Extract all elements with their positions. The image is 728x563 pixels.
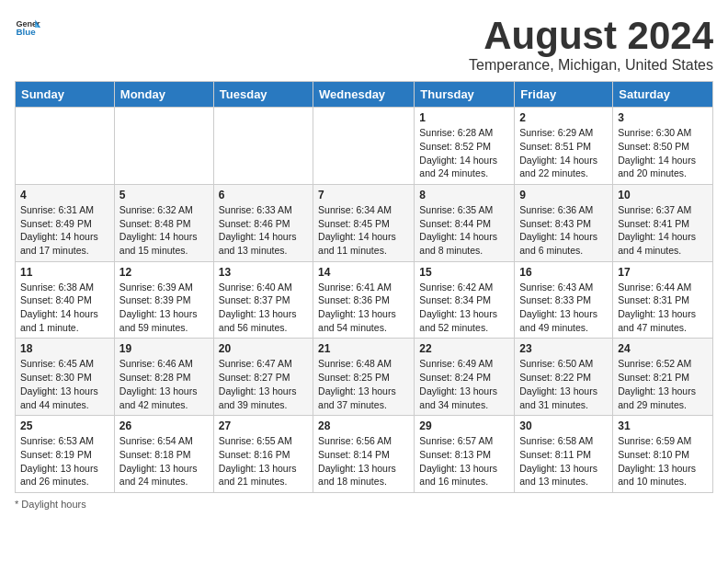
day-number: 29 xyxy=(419,419,509,432)
calendar-cell: 22Sunrise: 6:49 AMSunset: 8:24 PMDayligh… xyxy=(415,339,515,416)
calendar-cell: 24Sunrise: 6:52 AMSunset: 8:21 PMDayligh… xyxy=(613,339,713,416)
day-info: Sunrise: 6:55 AMSunset: 8:16 PMDaylight:… xyxy=(219,434,308,488)
calendar-cell: 10Sunrise: 6:37 AMSunset: 8:41 PMDayligh… xyxy=(613,184,713,261)
day-info: Sunrise: 6:58 AMSunset: 8:11 PMDaylight:… xyxy=(519,434,608,488)
day-info: Sunrise: 6:46 AMSunset: 8:28 PMDaylight:… xyxy=(119,357,209,411)
calendar-cell: 15Sunrise: 6:42 AMSunset: 8:34 PMDayligh… xyxy=(415,261,515,339)
day-info: Sunrise: 6:47 AMSunset: 8:27 PMDaylight:… xyxy=(219,357,308,411)
calendar-cell: 7Sunrise: 6:34 AMSunset: 8:45 PMDaylight… xyxy=(313,184,415,261)
day-info: Sunrise: 6:35 AMSunset: 8:44 PMDaylight:… xyxy=(419,203,509,258)
calendar-week-1: 1Sunrise: 6:28 AMSunset: 8:52 PMDaylight… xyxy=(16,108,713,185)
day-number: 14 xyxy=(318,266,409,279)
day-info: Sunrise: 6:36 AMSunset: 8:43 PMDaylight:… xyxy=(519,203,608,258)
calendar-cell: 8Sunrise: 6:35 AMSunset: 8:44 PMDaylight… xyxy=(415,184,515,261)
calendar-week-3: 11Sunrise: 6:38 AMSunset: 8:40 PMDayligh… xyxy=(16,261,713,339)
calendar-cell: 20Sunrise: 6:47 AMSunset: 8:27 PMDayligh… xyxy=(213,339,313,416)
calendar-cell: 23Sunrise: 6:50 AMSunset: 8:22 PMDayligh… xyxy=(515,339,613,416)
day-info: Sunrise: 6:43 AMSunset: 8:33 PMDaylight:… xyxy=(519,281,608,335)
calendar-week-2: 4Sunrise: 6:31 AMSunset: 8:49 PMDaylight… xyxy=(16,184,713,261)
calendar-cell: 11Sunrise: 6:38 AMSunset: 8:40 PMDayligh… xyxy=(16,261,115,339)
calendar-cell: 18Sunrise: 6:45 AMSunset: 8:30 PMDayligh… xyxy=(16,339,115,416)
day-info: Sunrise: 6:37 AMSunset: 8:41 PMDaylight:… xyxy=(618,203,708,258)
day-number: 30 xyxy=(519,419,608,432)
day-number: 1 xyxy=(419,111,509,124)
day-info: Sunrise: 6:42 AMSunset: 8:34 PMDaylight:… xyxy=(419,281,509,335)
calendar-cell: 9Sunrise: 6:36 AMSunset: 8:43 PMDaylight… xyxy=(515,184,613,261)
day-number: 17 xyxy=(618,266,708,279)
day-number: 4 xyxy=(20,189,109,201)
day-number: 20 xyxy=(219,342,308,355)
svg-text:Blue: Blue xyxy=(16,27,36,37)
calendar-cell: 19Sunrise: 6:46 AMSunset: 8:28 PMDayligh… xyxy=(114,339,213,416)
calendar-cell xyxy=(16,108,115,185)
day-info: Sunrise: 6:48 AMSunset: 8:25 PMDaylight:… xyxy=(318,357,409,411)
day-info: Sunrise: 6:32 AMSunset: 8:48 PMDaylight:… xyxy=(119,203,209,258)
title-block: August 2024 Temperance, Michigan, United… xyxy=(469,15,713,74)
day-info: Sunrise: 6:57 AMSunset: 8:13 PMDaylight:… xyxy=(419,434,509,488)
calendar-col-monday: Monday xyxy=(114,82,213,108)
calendar-cell: 31Sunrise: 6:59 AMSunset: 8:10 PMDayligh… xyxy=(613,416,713,493)
day-info: Sunrise: 6:41 AMSunset: 8:36 PMDaylight:… xyxy=(318,281,409,335)
day-number: 7 xyxy=(318,189,409,201)
day-info: Sunrise: 6:44 AMSunset: 8:31 PMDaylight:… xyxy=(618,281,708,335)
day-number: 2 xyxy=(519,111,608,124)
day-info: Sunrise: 6:38 AMSunset: 8:40 PMDaylight:… xyxy=(20,281,109,335)
day-number: 13 xyxy=(219,266,308,279)
footer-note: * Daylight hours xyxy=(15,499,713,510)
calendar-cell: 17Sunrise: 6:44 AMSunset: 8:31 PMDayligh… xyxy=(613,261,713,339)
calendar-table: SundayMondayTuesdayWednesdayThursdayFrid… xyxy=(15,81,713,493)
calendar-col-friday: Friday xyxy=(515,82,613,108)
day-number: 31 xyxy=(618,419,708,432)
day-info: Sunrise: 6:52 AMSunset: 8:21 PMDaylight:… xyxy=(618,357,708,411)
calendar-cell: 6Sunrise: 6:33 AMSunset: 8:46 PMDaylight… xyxy=(213,184,313,261)
calendar-cell: 16Sunrise: 6:43 AMSunset: 8:33 PMDayligh… xyxy=(515,261,613,339)
calendar-col-tuesday: Tuesday xyxy=(213,82,313,108)
day-number: 15 xyxy=(419,266,509,279)
day-number: 24 xyxy=(618,342,708,355)
day-info: Sunrise: 6:49 AMSunset: 8:24 PMDaylight:… xyxy=(419,357,509,411)
calendar-col-thursday: Thursday xyxy=(415,82,515,108)
day-number: 28 xyxy=(318,419,409,432)
day-number: 12 xyxy=(119,266,209,279)
calendar-col-saturday: Saturday xyxy=(613,82,713,108)
calendar-cell xyxy=(313,108,415,185)
calendar-week-4: 18Sunrise: 6:45 AMSunset: 8:30 PMDayligh… xyxy=(16,339,713,416)
day-info: Sunrise: 6:40 AMSunset: 8:37 PMDaylight:… xyxy=(219,281,308,335)
day-info: Sunrise: 6:34 AMSunset: 8:45 PMDaylight:… xyxy=(318,203,409,258)
day-number: 23 xyxy=(519,342,608,355)
calendar-cell: 28Sunrise: 6:56 AMSunset: 8:14 PMDayligh… xyxy=(313,416,415,493)
page-title: August 2024 xyxy=(469,15,713,57)
day-number: 8 xyxy=(419,189,509,201)
day-info: Sunrise: 6:30 AMSunset: 8:50 PMDaylight:… xyxy=(618,126,708,180)
day-info: Sunrise: 6:39 AMSunset: 8:39 PMDaylight:… xyxy=(119,281,209,335)
day-info: Sunrise: 6:29 AMSunset: 8:51 PMDaylight:… xyxy=(519,126,608,180)
calendar-cell: 27Sunrise: 6:55 AMSunset: 8:16 PMDayligh… xyxy=(213,416,313,493)
day-number: 10 xyxy=(618,189,708,201)
day-number: 3 xyxy=(618,111,708,124)
day-number: 19 xyxy=(119,342,209,355)
calendar-cell: 25Sunrise: 6:53 AMSunset: 8:19 PMDayligh… xyxy=(16,416,115,493)
calendar-cell: 12Sunrise: 6:39 AMSunset: 8:39 PMDayligh… xyxy=(114,261,213,339)
footer-label: Daylight hours xyxy=(21,499,85,510)
day-info: Sunrise: 6:54 AMSunset: 8:18 PMDaylight:… xyxy=(119,434,209,488)
calendar-cell: 3Sunrise: 6:30 AMSunset: 8:50 PMDaylight… xyxy=(613,108,713,185)
page-subtitle: Temperance, Michigan, United States xyxy=(469,57,713,74)
calendar-body: 1Sunrise: 6:28 AMSunset: 8:52 PMDaylight… xyxy=(16,108,713,493)
day-number: 16 xyxy=(519,266,608,279)
logo-icon: General Blue xyxy=(15,15,40,40)
calendar-cell: 13Sunrise: 6:40 AMSunset: 8:37 PMDayligh… xyxy=(213,261,313,339)
day-info: Sunrise: 6:28 AMSunset: 8:52 PMDaylight:… xyxy=(419,126,509,180)
calendar-cell: 5Sunrise: 6:32 AMSunset: 8:48 PMDaylight… xyxy=(114,184,213,261)
day-number: 27 xyxy=(219,419,308,432)
day-info: Sunrise: 6:59 AMSunset: 8:10 PMDaylight:… xyxy=(618,434,708,488)
calendar-cell: 29Sunrise: 6:57 AMSunset: 8:13 PMDayligh… xyxy=(415,416,515,493)
day-number: 21 xyxy=(318,342,409,355)
calendar-week-5: 25Sunrise: 6:53 AMSunset: 8:19 PMDayligh… xyxy=(16,416,713,493)
day-info: Sunrise: 6:50 AMSunset: 8:22 PMDaylight:… xyxy=(519,357,608,411)
calendar-cell: 14Sunrise: 6:41 AMSunset: 8:36 PMDayligh… xyxy=(313,261,415,339)
page-header: General Blue August 2024 Temperance, Mic… xyxy=(15,15,713,74)
calendar-cell: 2Sunrise: 6:29 AMSunset: 8:51 PMDaylight… xyxy=(515,108,613,185)
day-number: 26 xyxy=(119,419,209,432)
calendar-cell: 4Sunrise: 6:31 AMSunset: 8:49 PMDaylight… xyxy=(16,184,115,261)
day-number: 6 xyxy=(219,189,308,201)
